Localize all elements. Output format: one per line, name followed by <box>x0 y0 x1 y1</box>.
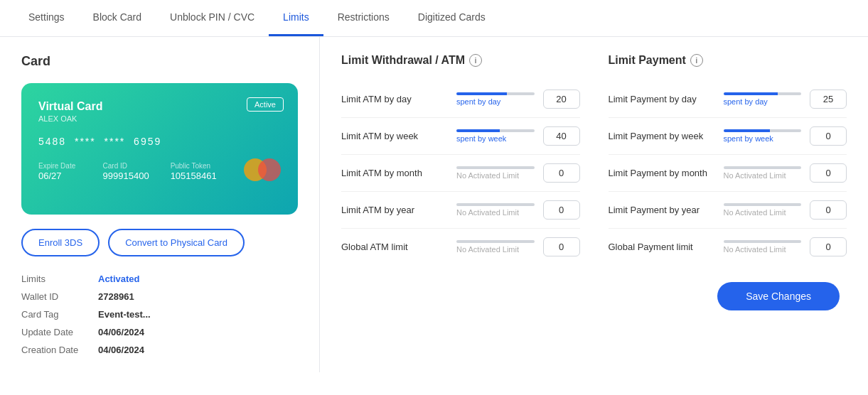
meta-value: Event-test... <box>98 309 151 320</box>
left-panel: Card Virtual Card ALEX OAK 5488 **** ***… <box>0 37 320 372</box>
limit-input[interactable] <box>810 163 847 183</box>
limit-slider[interactable] <box>724 240 802 243</box>
limit-label: Limit Payment by week <box>609 131 715 141</box>
payment-info-icon[interactable]: i <box>690 54 703 67</box>
limit-row: Limit ATM by year No Activated Limit <box>341 192 580 229</box>
slider-wrap: No Activated Limit <box>456 203 535 217</box>
card-badge: Active <box>247 97 284 112</box>
right-panel: Limit Withdrawal / ATM i Limit ATM by da… <box>320 37 868 372</box>
atm-title: Limit Withdrawal / ATM <box>341 54 465 67</box>
meta-label: Limits <box>21 274 92 284</box>
limit-label: Limit ATM by week <box>341 131 448 141</box>
slider-wrap: No Activated Limit <box>724 203 802 217</box>
limit-label: Limit ATM by year <box>341 205 448 215</box>
card-id-field: Card ID 999915400 <box>103 162 149 181</box>
slider-sub: No Activated Limit <box>724 208 802 217</box>
limit-row: Limit Payment by month No Activated Limi… <box>609 155 847 192</box>
card-name: ALEX OAK <box>38 114 281 123</box>
slider-wrap: No Activated Limit <box>724 166 802 180</box>
nav-tab-digitized-cards[interactable]: Digitized Cards <box>404 0 500 36</box>
limit-slider[interactable] <box>724 129 802 132</box>
slider-wrap: spent by week <box>456 129 535 143</box>
limit-input[interactable] <box>810 200 847 220</box>
slider-wrap: No Activated Limit <box>456 240 535 254</box>
limit-input[interactable] <box>810 126 847 146</box>
limit-slider[interactable] <box>456 240 535 243</box>
meta-label: Update Date <box>21 327 92 337</box>
limit-input[interactable] <box>543 126 580 146</box>
limit-slider[interactable] <box>456 129 535 132</box>
card-type: Virtual Card <box>38 100 281 113</box>
limit-slider[interactable] <box>456 92 535 95</box>
limit-input[interactable] <box>810 90 847 109</box>
limit-slider[interactable] <box>724 166 802 169</box>
nav-tab-block-card[interactable]: Block Card <box>79 0 156 36</box>
payment-rows: Limit Payment by day spent by day Limit … <box>609 81 847 265</box>
limit-row: Limit ATM by week spent by week <box>341 118 580 155</box>
limit-label: Global ATM limit <box>341 242 448 252</box>
meta-value: 04/06/2024 <box>98 327 144 337</box>
limit-label: Limit Payment by day <box>609 94 715 104</box>
atm-rows: Limit ATM by day spent by day Limit ATM … <box>341 81 580 265</box>
payment-section: Limit Payment i Limit Payment by day spe… <box>609 54 847 265</box>
slider-sub: spent by day <box>456 97 535 106</box>
panel-title: Card <box>21 54 298 69</box>
limit-slider[interactable] <box>724 92 802 95</box>
save-button[interactable]: Save Changes <box>717 282 840 310</box>
limit-row: Global Payment limit No Activated Limit <box>609 229 847 265</box>
card-visual: Virtual Card ALEX OAK 5488 **** **** 695… <box>21 83 298 215</box>
slider-sub: No Activated Limit <box>456 208 535 217</box>
slider-wrap: spent by day <box>456 92 535 106</box>
limit-row: Limit Payment by week spent by week <box>609 118 847 155</box>
nav-tab-limits[interactable]: Limits <box>269 0 323 36</box>
limit-label: Limit ATM by month <box>341 168 448 178</box>
card-meta: Limits Activated Wallet ID 2728961 Card … <box>21 274 298 355</box>
meta-label: Card Tag <box>21 309 92 320</box>
meta-row: Card Tag Event-test... <box>21 309 298 320</box>
card-logo <box>244 158 281 181</box>
limit-input[interactable] <box>543 90 580 109</box>
enroll-3ds-button[interactable]: Enroll 3DS <box>21 229 100 256</box>
limit-row: Limit Payment by day spent by day <box>609 81 847 118</box>
slider-wrap: No Activated Limit <box>724 240 802 254</box>
limit-label: Limit ATM by day <box>341 94 448 104</box>
nav-tab-settings[interactable]: Settings <box>14 0 79 36</box>
card-number: 5488 **** **** 6959 <box>38 136 281 147</box>
expire-field: Expire Date 06/27 <box>38 162 75 181</box>
limit-input[interactable] <box>543 163 580 183</box>
public-token-field: Public Token 105158461 <box>171 162 217 181</box>
limit-input[interactable] <box>543 200 580 220</box>
limit-label: Limit Payment by year <box>609 205 715 215</box>
limit-row: Global ATM limit No Activated Limit <box>341 229 580 265</box>
payment-title: Limit Payment <box>609 54 686 67</box>
meta-row: Limits Activated <box>21 274 298 284</box>
limit-row: Limit ATM by day spent by day <box>341 81 580 118</box>
meta-label: Creation Date <box>21 345 92 355</box>
slider-wrap: spent by week <box>724 129 802 143</box>
slider-sub: No Activated Limit <box>724 171 802 180</box>
slider-wrap: spent by day <box>724 92 802 106</box>
limit-input[interactable] <box>810 237 847 256</box>
convert-physical-button[interactable]: Convert to Physical Card <box>108 229 245 256</box>
slider-sub: No Activated Limit <box>456 171 535 180</box>
slider-sub: spent by week <box>724 134 802 143</box>
meta-value: 2728961 <box>98 291 134 302</box>
limit-slider[interactable] <box>456 166 535 169</box>
meta-value: 04/06/2024 <box>98 345 144 355</box>
atm-section: Limit Withdrawal / ATM i Limit ATM by da… <box>341 54 580 265</box>
limit-label: Limit Payment by month <box>609 168 715 178</box>
meta-value: Activated <box>98 274 140 284</box>
meta-row: Wallet ID 2728961 <box>21 291 298 302</box>
limit-slider[interactable] <box>456 203 535 206</box>
slider-sub: No Activated Limit <box>724 245 802 254</box>
limit-input[interactable] <box>543 237 580 256</box>
nav-tab-unblock-pin[interactable]: Unblock PIN / CVC <box>156 0 269 36</box>
save-wrap: Save Changes <box>341 282 847 310</box>
limit-row: Limit Payment by year No Activated Limit <box>609 192 847 229</box>
slider-sub: spent by week <box>456 134 535 143</box>
nav-tabs: SettingsBlock CardUnblock PIN / CVCLimit… <box>0 0 868 37</box>
limit-slider[interactable] <box>724 203 802 206</box>
meta-row: Update Date 04/06/2024 <box>21 327 298 337</box>
nav-tab-restrictions[interactable]: Restrictions <box>323 0 404 36</box>
atm-info-icon[interactable]: i <box>469 54 482 67</box>
